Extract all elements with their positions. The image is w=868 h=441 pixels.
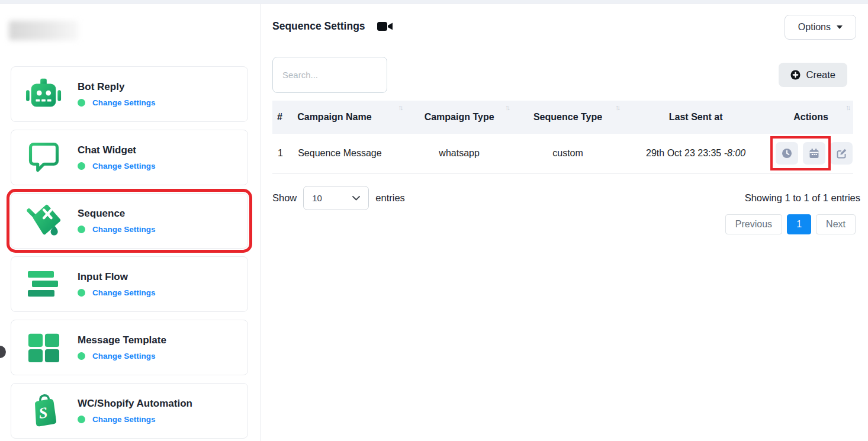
sidebar: Bot Reply Change Settings Chat Widget: [0, 4, 261, 441]
sidebar-item-body: WC/Shopify Automation Change Settings: [78, 398, 192, 424]
status-dot: [78, 289, 85, 297]
schedule-time-button[interactable]: [776, 142, 798, 165]
sidebar-item-title: Bot Reply: [78, 81, 156, 93]
sidebar-item-title: Chat Widget: [78, 144, 156, 156]
change-settings-link[interactable]: Change Settings: [92, 415, 156, 424]
sidebar-item-sequence: Sequence Change Settings: [11, 193, 248, 249]
status-dot: [78, 226, 85, 233]
main-content: Sequence Settings Options Create: [262, 4, 868, 441]
column-campaign-type[interactable]: Campaign Type ↑↓: [406, 101, 513, 134]
status-dot: [78, 352, 85, 360]
show-label: Show: [272, 192, 297, 204]
change-settings-link[interactable]: Change Settings: [92, 98, 156, 107]
page-1-button[interactable]: 1: [787, 214, 811, 234]
status-dot: [78, 416, 85, 423]
sidebar-item-title: WC/Shopify Automation: [78, 398, 192, 410]
sidebar-item-body: Sequence Change Settings: [78, 208, 156, 234]
page-size-select[interactable]: 10: [303, 186, 369, 210]
edit-button[interactable]: [830, 142, 853, 165]
column-actions[interactable]: Actions ↑↓: [769, 101, 853, 134]
row-index: 1: [272, 134, 292, 173]
sequence-table: # Campaign Name ↑↓ Campaign Type ↑↓ Sequ…: [272, 101, 853, 173]
sidebar-item-input-flow: Input Flow Change Settings: [11, 256, 248, 312]
row-campaign-type: whatsapp: [406, 134, 513, 173]
change-settings-link[interactable]: Change Settings: [92, 162, 156, 170]
sidebar-item-body: Bot Reply Change Settings: [78, 81, 156, 107]
status-dot: [78, 99, 85, 107]
create-button[interactable]: Create: [779, 63, 847, 87]
row-sequence-type: custom: [513, 134, 623, 173]
table-row: 1 Sequence Message whatsapp custom 29th …: [272, 134, 853, 173]
shopify-bag-icon: S: [25, 391, 62, 430]
page-size-control: Show 10 entries: [272, 186, 405, 210]
change-settings-link[interactable]: Change Settings: [92, 352, 156, 360]
sidebar-card-list: Bot Reply Change Settings Chat Widget: [11, 66, 248, 439]
robot-icon: [25, 75, 62, 114]
edit-icon: [836, 148, 847, 159]
row-actions: [769, 134, 853, 173]
sort-icon[interactable]: ↑↓: [505, 104, 509, 112]
calendar-icon: [809, 148, 819, 159]
chat-bubble-icon: [25, 138, 62, 177]
next-page-button[interactable]: Next: [816, 214, 856, 234]
status-dot: [78, 162, 85, 170]
sidebar-item-body: Input Flow Change Settings: [78, 271, 156, 297]
sidebar-item-title: Sequence: [78, 208, 156, 220]
app-logo-blurred: [9, 21, 79, 40]
sidebar-item-body: Message Template Change Settings: [78, 334, 166, 360]
caret-down-icon: [837, 25, 843, 29]
sort-icon[interactable]: ↑↓: [398, 104, 401, 112]
plus-circle-icon: [790, 70, 801, 80]
page-header: Sequence Settings Options: [262, 4, 868, 40]
sidebar-item-chat-widget: Chat Widget Change Settings: [11, 130, 248, 185]
pagination: Previous 1 Next: [262, 214, 856, 234]
table-header-row: # Campaign Name ↑↓ Campaign Type ↑↓ Sequ…: [272, 101, 853, 134]
change-settings-link[interactable]: Change Settings: [92, 225, 156, 234]
row-campaign-name: Sequence Message: [292, 134, 406, 173]
page-title: Sequence Settings: [272, 20, 365, 33]
sort-icon[interactable]: ↑↓: [846, 104, 849, 112]
sidebar-item-bot-reply: Bot Reply Change Settings: [11, 66, 248, 122]
schedule-date-button[interactable]: [803, 142, 825, 165]
create-button-label: Create: [806, 69, 835, 81]
sort-icon[interactable]: ↑↓: [615, 104, 619, 112]
change-settings-link[interactable]: Change Settings: [92, 288, 156, 297]
clock-icon: [782, 148, 792, 159]
sidebar-item-title: Input Flow: [78, 271, 156, 283]
options-button-label: Options: [798, 22, 831, 33]
paint-bucket-icon: [25, 201, 62, 240]
row-last-sent-at: 29th Oct 23 23:35 -8:00: [623, 134, 769, 173]
search-input[interactable]: [272, 57, 387, 93]
options-button[interactable]: Options: [785, 15, 856, 40]
top-navbar: [0, 0, 868, 4]
sidebar-item-wc-shopify-automation: S WC/Shopify Automation Change Settings: [11, 383, 248, 439]
page-size-value: 10: [312, 193, 322, 203]
grid-icon: [25, 328, 62, 367]
chevron-down-icon: [352, 196, 360, 201]
showing-entries-text: Showing 1 to 1 of 1 entries: [745, 192, 860, 204]
sidebar-item-message-template: Message Template Change Settings: [11, 320, 248, 375]
column-sequence-type[interactable]: Sequence Type ↑↓: [513, 101, 623, 134]
toolbar: Create: [262, 57, 868, 93]
video-tutorial-icon[interactable]: [377, 20, 393, 33]
sidebar-item-title: Message Template: [78, 334, 166, 346]
stacked-bars-icon: [25, 265, 62, 304]
column-index: #: [272, 101, 292, 134]
column-campaign-name[interactable]: Campaign Name ↑↓: [292, 101, 406, 134]
timezone-offset: -8:00: [724, 148, 745, 158]
previous-page-button[interactable]: Previous: [725, 214, 782, 234]
table-footer: Show 10 entries Showing 1 to 1 of 1 entr…: [272, 186, 860, 210]
entries-label: entries: [375, 192, 405, 204]
column-last-sent-at: Last Sent at: [623, 101, 769, 134]
sidebar-item-body: Chat Widget Change Settings: [78, 144, 156, 170]
